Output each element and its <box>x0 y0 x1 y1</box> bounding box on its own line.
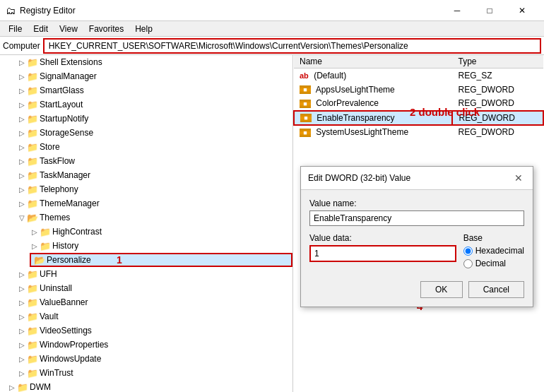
tree-item-signalmanager[interactable]: ▷ 📁 SignalManager <box>0 69 292 83</box>
base-section: Base Hexadecimal Decimal <box>463 233 524 271</box>
address-input[interactable] <box>43 38 541 54</box>
reg-binary-icon: ■ <box>300 114 312 122</box>
tree-label: WindowProperties <box>40 340 108 350</box>
registry-name: ■ ColorPrevalence <box>294 97 452 111</box>
tree-item-valuebanner[interactable]: ▷ 📁 ValueBanner <box>0 295 292 309</box>
tree-item-videosettings[interactable]: ▷ 📁 VideoSettings <box>0 323 292 338</box>
expander-icon: ▷ <box>30 241 40 251</box>
tree-label: ValueBanner <box>40 297 88 307</box>
folder-icon: 📁 <box>40 227 51 237</box>
dialog-close-button[interactable]: ✕ <box>512 171 526 185</box>
menu-edit[interactable]: Edit <box>28 23 54 35</box>
reg-ab-icon: ab <box>300 71 309 80</box>
folder-icon: 📁 <box>27 85 38 95</box>
tree-item-shell-extensions[interactable]: ▷ 📁 Shell Extensions <box>0 55 292 69</box>
folder-icon: 📁 <box>27 100 38 109</box>
expander-icon: ▷ <box>17 100 27 109</box>
tree-label: TaskManager <box>40 170 90 180</box>
value-name-input[interactable] <box>309 210 524 226</box>
hexadecimal-radio[interactable] <box>463 247 473 256</box>
tree-item-thememanager[interactable]: ▷ 📁 ThemeManager <box>0 196 292 210</box>
expander-icon: ▷ <box>17 297 27 307</box>
expander-icon: ▷ <box>17 170 27 180</box>
tree-item-history[interactable]: ▷ 📁 History <box>0 239 292 253</box>
tree-item-startupnotify[interactable]: ▷ 📁 StartupNotify <box>0 112 292 126</box>
folder-icon: 📁 <box>27 71 38 81</box>
expander-icon: ▷ <box>17 156 27 166</box>
tree-label: VideoSettings <box>40 326 92 335</box>
tree-item-uninstall[interactable]: ▷ 📁 Uninstall <box>0 281 292 295</box>
folder-icon: 📁 <box>17 382 28 392</box>
tree-item-personalize[interactable]: 📂 Personalize <box>30 253 292 267</box>
expander-icon: ▷ <box>17 368 27 378</box>
tree-item-startlayout[interactable]: ▷ 📁 StartLayout <box>0 97 292 112</box>
tree-item-ufh[interactable]: ▷ 📁 UFH <box>0 267 292 281</box>
folder-icon: 📁 <box>27 340 38 350</box>
table-row-enable-transparency[interactable]: ■ EnableTransparency REG_DWORD <box>294 111 543 125</box>
tree-item-windowsupdate[interactable]: ▷ 📁 WindowsUpdate <box>0 352 292 366</box>
ok-button[interactable]: OK <box>420 281 463 298</box>
tree-item-highcontrast[interactable]: ▷ 📁 HighContrast <box>0 225 292 239</box>
registry-table: Name Type ab (Default) REG_SZ <box>293 55 544 139</box>
title-bar: 🗂 Registry Editor ─ □ ✕ <box>0 0 544 21</box>
app-title: Registry Editor <box>20 6 76 16</box>
expander-icon: ▷ <box>17 326 27 335</box>
expander-icon: ▷ <box>17 71 27 81</box>
decimal-radio-row: Decimal <box>463 259 524 268</box>
edit-dword-dialog: Edit DWORD (32-bit) Value ✕ Value name: … <box>300 166 533 307</box>
tree-item-smartglass[interactable]: ▷ 📁 SmartGlass <box>0 83 292 97</box>
address-bar: Computer <box>0 37 544 55</box>
close-button[interactable]: ✕ <box>506 0 538 21</box>
tree-label: WindowsUpdate <box>40 354 101 364</box>
col-type: Type <box>452 55 543 69</box>
reg-binary-icon: ■ <box>300 129 311 137</box>
folder-icon: 📁 <box>27 283 38 293</box>
folder-icon: 📁 <box>27 354 38 364</box>
table-row[interactable]: ■ SystemUsesLightTheme REG_DWORD <box>294 125 543 139</box>
tree-item-taskmanager[interactable]: ▷ 📁 TaskManager <box>0 168 292 182</box>
table-row[interactable]: ab (Default) REG_SZ <box>294 69 543 83</box>
decimal-radio[interactable] <box>463 259 473 268</box>
tree-label: Shell Extensions <box>40 57 102 67</box>
value-name-label: Value name: <box>309 198 524 208</box>
expander-icon: ▽ <box>17 213 27 222</box>
tree-panel: ▷ 📁 Shell Extensions ▷ 📁 SignalManager ▷… <box>0 55 293 392</box>
tree-label: SmartGlass <box>40 85 84 95</box>
menu-view[interactable]: View <box>54 23 83 35</box>
expander-icon: ▷ <box>17 128 27 138</box>
registry-type: REG_DWORD <box>452 83 543 97</box>
maximize-button[interactable]: □ <box>473 0 506 21</box>
table-row[interactable]: ■ AppsUseLightTheme REG_DWORD <box>294 83 543 97</box>
dialog-title: Edit DWORD (32-bit) Value <box>308 173 410 183</box>
tree-item-themes[interactable]: ▽ 📂 Themes <box>0 210 292 225</box>
decimal-label: Decimal <box>475 259 506 268</box>
hexadecimal-radio-row: Hexadecimal <box>463 246 524 256</box>
tree-item-telephony[interactable]: ▷ 📁 Telephony <box>0 182 292 196</box>
folder-icon: 📁 <box>27 184 38 194</box>
menu-help[interactable]: Help <box>129 23 158 35</box>
table-row[interactable]: ■ ColorPrevalence REG_DWORD <box>294 97 543 111</box>
expander-icon: ▷ <box>17 283 27 293</box>
step1-label: 1 <box>117 254 122 266</box>
tree-item-taskflow[interactable]: ▷ 📁 TaskFlow <box>0 154 292 168</box>
tree-item-storagesense[interactable]: ▷ 📁 StorageSense <box>0 126 292 140</box>
expander-icon: ▷ <box>17 340 27 350</box>
menu-favorites[interactable]: Favorites <box>83 23 129 35</box>
minimize-button[interactable]: ─ <box>441 0 473 21</box>
tree-item-wintrust[interactable]: ▷ 📁 WinTrust <box>0 366 292 380</box>
tree-item-store[interactable]: ▷ 📁 Store <box>0 140 292 154</box>
tree-item-dwm[interactable]: ▷ 📁 DWM <box>0 380 292 392</box>
app-icon: 🗂 <box>6 5 16 16</box>
folder-icon: 📁 <box>27 198 38 208</box>
reg-binary-icon: ■ <box>300 85 311 94</box>
tree-item-windowproperties[interactable]: ▷ 📁 WindowProperties <box>0 338 292 352</box>
tree-label: Uninstall <box>40 283 72 293</box>
menu-file[interactable]: File <box>3 23 28 35</box>
dialog-title-bar: Edit DWORD (32-bit) Value ✕ <box>301 167 533 190</box>
col-name: Name <box>294 55 452 69</box>
value-data-label: Value data: <box>309 233 456 243</box>
tree-label: HighContrast <box>52 227 102 237</box>
value-data-input[interactable] <box>309 245 456 262</box>
cancel-button[interactable]: Cancel <box>468 281 524 298</box>
tree-item-vault[interactable]: ▷ 📁 Vault <box>0 309 292 323</box>
